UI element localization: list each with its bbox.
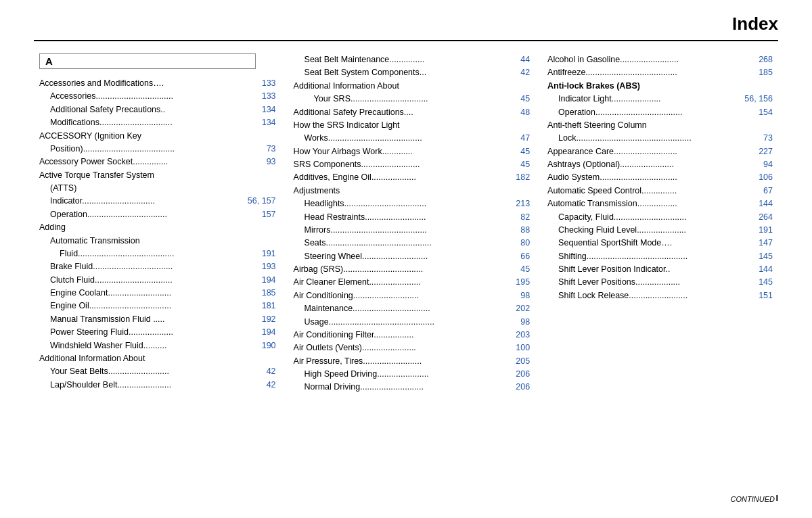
entry-text: Lap/Shoulder Belt....................... bbox=[50, 379, 264, 392]
entry-text: Appearance Care.........................… bbox=[547, 145, 756, 158]
entry-text: Fluid...................................… bbox=[60, 248, 259, 260]
list-item: Audio System............................… bbox=[547, 171, 773, 184]
entry-page-number: 80 bbox=[520, 237, 530, 250]
list-item: Steering Wheel..........................… bbox=[294, 250, 531, 263]
entry-text: Additional Safety Precautions.. bbox=[50, 103, 259, 116]
entry-page-number: 185 bbox=[759, 66, 773, 79]
entry-page-number: 203 bbox=[516, 329, 530, 342]
entry-text: Adding bbox=[39, 221, 276, 234]
entry-page-number: 264 bbox=[759, 211, 773, 224]
list-item: Brake Fluid.............................… bbox=[39, 260, 276, 273]
list-item: Usage...................................… bbox=[294, 316, 531, 329]
entry-page-number: 42 bbox=[267, 365, 276, 378]
list-item: Air Conditioning Filter.................… bbox=[294, 329, 531, 342]
list-item: Antifreeze..............................… bbox=[547, 66, 773, 79]
letter-box-a: A bbox=[39, 53, 256, 69]
entry-page-number: 194 bbox=[262, 326, 276, 339]
entry-text: Operation...............................… bbox=[558, 106, 756, 119]
list-item: Anti-lock Brakes (ABS) bbox=[547, 80, 773, 93]
entry-text: Shifting................................… bbox=[558, 250, 756, 263]
list-item: Head Restraints.........................… bbox=[294, 211, 531, 224]
entry-text: Air Outlets (Vents).....................… bbox=[294, 342, 514, 354]
entry-page-number: 45 bbox=[520, 263, 530, 276]
entry-text: Seats...................................… bbox=[304, 237, 518, 250]
entry-text: Accessories and Modifications…. bbox=[39, 77, 259, 90]
entry-page-number: 42 bbox=[520, 66, 530, 79]
entry-page-number: 154 bbox=[759, 106, 773, 119]
entry-page-number: 206 bbox=[516, 381, 530, 394]
entry-page-number: 157 bbox=[262, 208, 276, 221]
entry-text: Additional Safety Precautions.... bbox=[294, 106, 518, 119]
entry-text: Lock....................................… bbox=[558, 132, 761, 145]
list-item: Engine Coolant..........................… bbox=[39, 287, 276, 300]
entry-page-number: 94 bbox=[763, 158, 773, 171]
entry-page-number: 227 bbox=[759, 145, 773, 158]
entry-page-number: 268 bbox=[759, 53, 773, 66]
list-item: Maintenance.............................… bbox=[294, 302, 531, 315]
list-item: Automatic Speed Control...............67 bbox=[547, 185, 773, 197]
list-item: Power Steering Fluid...................1… bbox=[39, 326, 276, 339]
entry-page-number: 144 bbox=[759, 197, 773, 210]
entry-page-number: 45 bbox=[520, 93, 530, 105]
entry-text: Your Seat Belts.........................… bbox=[50, 365, 264, 378]
list-item: Shifting................................… bbox=[547, 250, 773, 263]
entry-text: Additives, Engine Oil................... bbox=[294, 171, 514, 184]
entry-page-number: 73 bbox=[267, 143, 276, 156]
entry-page-number: 195 bbox=[516, 276, 530, 289]
entry-text: (ATTS) bbox=[50, 182, 276, 195]
list-item: How Your Airbags Work.............45 bbox=[294, 145, 531, 158]
entry-text: Usage...................................… bbox=[304, 316, 518, 329]
list-item: Additional Safety Precautions..134 bbox=[39, 103, 276, 116]
entry-page-number: 82 bbox=[520, 211, 530, 224]
entry-page-number: 134 bbox=[262, 103, 276, 116]
list-item: Seats...................................… bbox=[294, 237, 531, 250]
list-item: Checking Fluid Level....................… bbox=[547, 224, 773, 237]
entry-text: Air Cleaner Element.....................… bbox=[294, 276, 514, 289]
entry-text: How Your Airbags Work............. bbox=[294, 145, 518, 158]
entry-page-number: 190 bbox=[262, 339, 276, 352]
entry-text: Works...................................… bbox=[304, 132, 518, 145]
entry-text: Maintenance.............................… bbox=[304, 302, 514, 315]
list-item: Indicator Light.....................56, … bbox=[547, 93, 773, 105]
list-item: Air Conditioning........................… bbox=[294, 289, 531, 302]
entry-text: Brake Fluid.............................… bbox=[50, 260, 259, 273]
entry-text: Additional Information About bbox=[39, 352, 276, 365]
entry-text: Indicator............................... bbox=[50, 195, 245, 208]
entry-text: Clutch Fluid............................… bbox=[50, 274, 259, 287]
entry-text: Accessories.............................… bbox=[50, 90, 259, 103]
entry-page-number: 181 bbox=[262, 300, 276, 312]
list-item: Works...................................… bbox=[294, 132, 531, 145]
entry-page-number: 45 bbox=[520, 145, 530, 158]
list-item: Sequential SportShift Mode….147 bbox=[547, 237, 773, 250]
entry-page-number: 98 bbox=[520, 316, 530, 329]
entry-text: ACCESSORY (Ignition Key bbox=[39, 130, 276, 143]
list-item: Operation...............................… bbox=[39, 208, 276, 221]
entry-text: Capacity, Fluid.........................… bbox=[558, 211, 756, 224]
list-item: Adjustments bbox=[294, 185, 531, 197]
entry-text: Shift Lock Release......................… bbox=[558, 289, 756, 302]
list-item: High Speed Driving......................… bbox=[294, 368, 531, 381]
entry-page-number: 93 bbox=[267, 156, 276, 168]
entry-page-number: 147 bbox=[759, 237, 773, 250]
entry-text: Head Restraints.........................… bbox=[304, 211, 518, 224]
list-item: Capacity, Fluid.........................… bbox=[547, 211, 773, 224]
entry-text: Airbag (SRS)............................… bbox=[294, 263, 518, 276]
entry-text: Your SRS................................… bbox=[314, 93, 518, 105]
entry-text: Additional Information About bbox=[294, 80, 531, 93]
entry-text: Checking Fluid Level....................… bbox=[558, 224, 756, 237]
entry-text: Automatic Transmission bbox=[50, 235, 276, 248]
entry-text: Air Pressure, Tires.....................… bbox=[294, 355, 514, 368]
entry-text: Seat Belt System Components... bbox=[304, 66, 518, 79]
list-item: Lock....................................… bbox=[547, 132, 773, 145]
entry-page-number: 202 bbox=[516, 302, 530, 315]
entry-page-number: 151 bbox=[759, 289, 773, 302]
entry-text: Operation...............................… bbox=[50, 208, 259, 221]
entry-text: Indicator Light..................... bbox=[558, 93, 742, 105]
page-number: I bbox=[775, 493, 778, 503]
list-item: Clutch Fluid............................… bbox=[39, 274, 276, 287]
entry-text: Shift Lever Position Indicator.. bbox=[558, 263, 756, 276]
list-item: Automatic Transmission bbox=[39, 235, 276, 248]
list-item: ACCESSORY (Ignition Key bbox=[39, 130, 276, 143]
left-entries: Accessories and Modifications….133Access… bbox=[39, 77, 276, 392]
entry-page-number: 106 bbox=[759, 171, 773, 184]
